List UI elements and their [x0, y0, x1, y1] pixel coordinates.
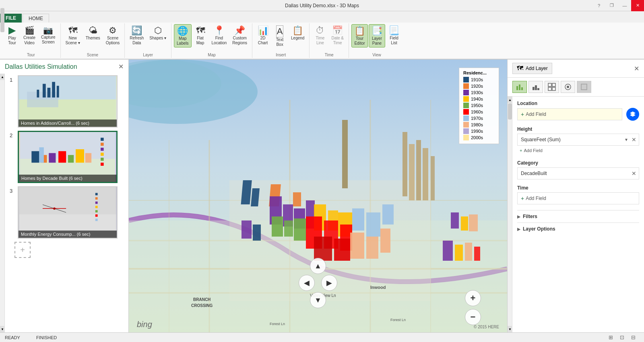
- play-tour-button[interactable]: ▶ Play Tour: [4, 24, 20, 47]
- left-panel: Dallas Utilities Simulation ✕ ▲ ▼ 1: [0, 60, 129, 332]
- category-remove-button[interactable]: ✕: [629, 168, 639, 179]
- text-box-button[interactable]: A Text Box: [272, 24, 288, 48]
- svg-rect-62: [284, 220, 293, 237]
- height-remove-button[interactable]: ✕: [629, 134, 639, 145]
- shapes-button[interactable]: ⬡ Shapes ▾: [147, 24, 169, 42]
- time-line-button[interactable]: ⏱ Time Line: [312, 24, 328, 47]
- map-area[interactable]: Inwood BRANCH CROSSING Valley View Ln Fo…: [129, 60, 507, 332]
- flat-map-button[interactable]: 🗺 Flat Map: [192, 24, 208, 47]
- scene-item-1[interactable]: 1: [10, 75, 124, 128]
- layer-type-region[interactable]: [545, 81, 559, 93]
- tour-editor-button[interactable]: 📋 Tour Editor: [351, 24, 368, 47]
- svg-rect-104: [548, 87, 551, 91]
- svg-rect-88: [431, 156, 435, 200]
- refresh-data-button[interactable]: 🔄 Refresh Data: [127, 24, 146, 47]
- shapes-icon: ⬡: [154, 25, 162, 36]
- svg-text:Inwood: Inwood: [370, 285, 386, 290]
- svg-rect-19: [101, 143, 104, 146]
- svg-rect-30: [95, 197, 98, 200]
- svg-text:CROSSING: CROSSING: [191, 303, 213, 308]
- dropbox-button[interactable]: [626, 108, 639, 121]
- field-list-button[interactable]: 📃 Field List: [386, 24, 402, 47]
- scene-item-3[interactable]: 3: [10, 186, 124, 239]
- layer-type-heat[interactable]: [577, 81, 591, 93]
- map-labels-icon: 🌐: [177, 26, 188, 36]
- find-location-icon: 📍: [214, 25, 225, 36]
- custom-regions-button[interactable]: 📌 Custom Regions: [230, 24, 250, 47]
- ribbon-tabs: FILE HOME Send Feedback: [0, 11, 644, 23]
- status-icon-2[interactable]: ⊡: [620, 334, 628, 341]
- add-layer-button[interactable]: 🗺 Add Layer: [512, 63, 552, 74]
- time-group-label: Time: [325, 52, 334, 57]
- tab-home[interactable]: HOME: [23, 14, 49, 23]
- zoom-in-button[interactable]: +: [465, 290, 481, 306]
- svg-rect-67: [314, 237, 332, 261]
- filters-section[interactable]: ▶ Filters: [517, 210, 639, 223]
- help-button[interactable]: ?: [592, 0, 605, 11]
- scene-list: 1: [5, 74, 128, 332]
- height-add-field-button[interactable]: + Add Field: [517, 146, 639, 155]
- svg-rect-98: [521, 87, 523, 90]
- right-scroll-down[interactable]: ▼: [508, 326, 512, 332]
- legend-item-1950: 1950s: [463, 103, 495, 108]
- scene-caption-1: Homes in Addison/Carroll... (6 sec): [19, 119, 117, 127]
- close-button[interactable]: ✕: [631, 0, 644, 11]
- right-scroll-thumb[interactable]: [508, 103, 512, 119]
- map-labels-button[interactable]: 🌐 Map Labels: [174, 24, 191, 47]
- right-scroll-up[interactable]: ▲: [508, 97, 512, 103]
- scroll-down-arrow[interactable]: ▼: [0, 326, 5, 332]
- category-label: Category: [517, 160, 639, 166]
- nav-right-button[interactable]: ▶: [321, 275, 337, 291]
- nav-left-button[interactable]: ◀: [299, 275, 315, 291]
- scene-thumbnail-2: Homes by Decade Built (6 sec): [18, 131, 118, 183]
- nav-down-button[interactable]: ▼: [310, 292, 326, 308]
- scroll-up-arrow[interactable]: ▲: [0, 74, 5, 80]
- right-scrollbar[interactable]: ▲ ▼: [508, 97, 512, 332]
- main-area: Dallas Utilities Simulation ✕ ▲ ▼ 1: [0, 60, 644, 332]
- create-video-button[interactable]: 🎬 Create Video: [21, 24, 38, 47]
- location-add-field-button[interactable]: + Add Field: [517, 108, 622, 120]
- nav-up-button[interactable]: ▲: [310, 258, 326, 274]
- legend-color-1910: [463, 77, 469, 82]
- layer-type-bubble[interactable]: [561, 81, 575, 93]
- refresh-data-icon: 🔄: [131, 25, 142, 36]
- legend-color-1950: [463, 103, 469, 108]
- left-scrollbar[interactable]: ▲ ▼: [0, 74, 5, 332]
- svg-rect-22: [101, 158, 104, 161]
- zoom-out-button[interactable]: −: [465, 309, 481, 325]
- right-panel-close-button[interactable]: ✕: [634, 65, 639, 72]
- scene-options-button[interactable]: ⚙ Scene Options: [103, 24, 122, 47]
- 2d-chart-button[interactable]: 📊 2D Chart: [255, 24, 271, 47]
- ribbon-group-time: ⏱ Time Line 📅 Date & Time Time: [310, 23, 349, 58]
- tour-group-label: Tour: [27, 52, 35, 57]
- themes-button[interactable]: 🌤 Themes: [83, 24, 103, 42]
- panel-close-button[interactable]: ✕: [118, 63, 124, 70]
- layer-type-column[interactable]: [528, 81, 543, 93]
- svg-rect-70: [366, 212, 380, 237]
- restore-button[interactable]: ❐: [605, 0, 618, 11]
- minimize-button[interactable]: —: [618, 0, 631, 11]
- scene-item-2[interactable]: 2: [10, 131, 124, 183]
- capture-screen-button[interactable]: 📷 Capture Screen: [39, 24, 58, 46]
- bing-logo: bing: [137, 320, 152, 329]
- legend-icon: 📋: [292, 25, 303, 36]
- app-title: Dallas Utility Demo.xlsx - 3D Maps: [285, 3, 359, 8]
- svg-rect-33: [95, 210, 98, 212]
- svg-rect-32: [95, 206, 98, 208]
- find-location-button[interactable]: 📍 Find Location: [209, 24, 229, 47]
- svg-rect-109: [582, 84, 586, 89]
- height-dropdown-icon[interactable]: ▾: [623, 134, 629, 145]
- legend-button[interactable]: 📋 Legend: [289, 24, 307, 42]
- status-icon-1[interactable]: ⊞: [609, 334, 617, 341]
- layer-options-section[interactable]: ▶ Layer Options: [517, 223, 639, 235]
- date-time-button[interactable]: 📅 Date & Time: [329, 24, 346, 47]
- layer-pane-button[interactable]: 📑 Layer Pane: [369, 24, 385, 47]
- tour-editor-icon: 📋: [354, 26, 365, 36]
- status-icon-3[interactable]: ⊟: [631, 334, 639, 341]
- layer-type-bar[interactable]: [512, 81, 527, 93]
- svg-rect-87: [423, 148, 428, 200]
- svg-rect-18: [101, 138, 104, 141]
- add-scene-button[interactable]: +: [14, 242, 31, 258]
- time-add-field-button[interactable]: + Add Field: [517, 192, 639, 204]
- new-scene-button[interactable]: 🗺 New Scene ▾: [63, 24, 83, 47]
